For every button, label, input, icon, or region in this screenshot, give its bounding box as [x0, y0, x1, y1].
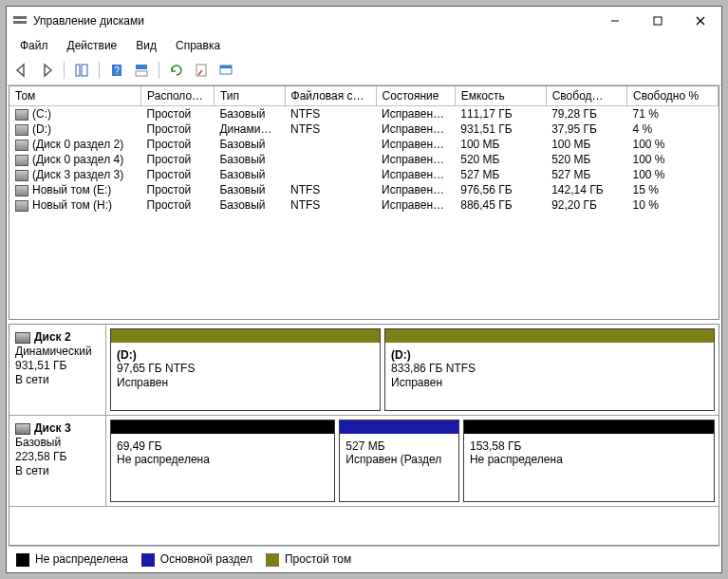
volume-capacity: 527 МБ: [455, 167, 546, 182]
disk-state: В сети: [15, 373, 100, 387]
volume-layout: Простой: [141, 106, 215, 122]
partition-body: (D:)97,65 ГБ NTFSИсправен: [111, 343, 380, 410]
column-volume[interactable]: Том: [9, 86, 141, 106]
volume-capacity: 520 МБ: [455, 152, 546, 167]
volume-status: Исправен…: [376, 152, 455, 167]
volume-type: Динами…: [214, 121, 285, 137]
help-button[interactable]: ?: [105, 60, 128, 81]
volume-icon: [15, 185, 28, 196]
content-area: Том Располо… Тип Файловая с… Состояние Е…: [7, 85, 721, 572]
volume-layout: Простой: [141, 167, 215, 182]
volume-layout: Простой: [141, 182, 215, 197]
volume-name: Новый том (E:): [32, 183, 111, 196]
svg-rect-16: [220, 65, 232, 68]
column-type[interactable]: Тип: [214, 86, 285, 106]
volume-capacity: 976,56 ГБ: [455, 182, 546, 197]
volume-layout: Простой: [141, 137, 215, 152]
window-title: Управление дисками: [33, 14, 593, 28]
volume-name: (Диск 0 раздел 4): [32, 153, 123, 166]
table-row[interactable]: (Диск 0 раздел 4)ПростойБазовыйИсправен……: [9, 152, 719, 167]
partition-title: (D:): [117, 348, 137, 362]
partition-size: 69,49 ГБ: [117, 439, 162, 453]
volume-type: Базовый: [214, 167, 285, 182]
partition[interactable]: (D:)97,65 ГБ NTFSИсправен: [110, 328, 381, 411]
column-layout[interactable]: Располо…: [141, 86, 215, 106]
partition-body: 69,49 ГБНе распределена: [111, 434, 334, 501]
dialog-button[interactable]: [215, 60, 237, 81]
legend-label: Не распределена: [35, 552, 128, 566]
column-free-pct[interactable]: Свободно %: [626, 86, 718, 106]
properties-button[interactable]: [190, 60, 213, 81]
maximize-button[interactable]: [636, 8, 679, 34]
table-row[interactable]: (Диск 3 раздел 3)ПростойБазовыйИсправен……: [9, 167, 719, 182]
volume-free-pct: 71 %: [626, 106, 718, 122]
volume-layout: Простой: [141, 152, 215, 167]
disk-kind: Базовый: [15, 436, 100, 450]
disk-kind: Динамический: [15, 345, 100, 359]
volume-fs: [285, 167, 376, 182]
disk-icon: [15, 423, 30, 435]
partition-stripe: [340, 420, 458, 434]
volume-layout: Простой: [141, 121, 215, 137]
show-hide-tree-button[interactable]: [70, 60, 93, 81]
volume-capacity: 111,17 ГБ: [455, 106, 546, 122]
partition[interactable]: 527 МБИсправен (Раздел: [339, 420, 459, 502]
svg-point-2: [23, 17, 25, 19]
volume-free: 92,20 ГБ: [546, 197, 626, 213]
volume-capacity: 931,51 ГБ: [455, 121, 546, 137]
svg-rect-9: [82, 65, 87, 76]
menu-file[interactable]: Файл: [12, 37, 56, 54]
volume-name: (C:): [32, 107, 51, 121]
legend-item: Основной раздел: [141, 552, 252, 567]
partition-stripe: [111, 420, 334, 434]
volume-free-pct: 100 %: [626, 137, 718, 152]
close-button[interactable]: [679, 8, 721, 34]
back-button[interactable]: [10, 60, 33, 81]
volume-icon: [15, 124, 28, 136]
partition[interactable]: 153,58 ГБНе распределена: [463, 420, 715, 502]
volume-fs: NTFS: [285, 182, 376, 197]
svg-rect-12: [136, 65, 147, 69]
partition-status: Исправен: [391, 376, 442, 389]
menu-help[interactable]: Справка: [168, 37, 228, 54]
minimize-button[interactable]: [593, 8, 636, 34]
table-row[interactable]: Новый том (E:)ПростойБазовыйNTFSИсправен…: [9, 182, 719, 197]
volume-type: Базовый: [214, 182, 285, 197]
legend: Не распределенаОсновной разделПростой то…: [9, 546, 719, 572]
menu-view[interactable]: Вид: [128, 37, 164, 54]
view-top-button[interactable]: [130, 60, 153, 81]
volume-status: Исправен…: [376, 137, 455, 152]
refresh-button[interactable]: [165, 60, 188, 81]
column-capacity[interactable]: Емкость: [455, 86, 546, 106]
volume-icon: [15, 155, 28, 166]
column-filesystem[interactable]: Файловая с…: [285, 86, 376, 106]
disk-info-panel[interactable]: Диск 3Базовый223,58 ГБВ сети: [9, 416, 106, 506]
forward-button[interactable]: [35, 60, 58, 81]
volume-free: 37,95 ГБ: [546, 121, 626, 137]
volume-status: Исправен…: [376, 106, 455, 122]
menu-action[interactable]: Действие: [60, 37, 125, 54]
volume-name: Новый том (H:): [32, 198, 112, 212]
column-status[interactable]: Состояние: [376, 86, 455, 106]
partition[interactable]: (D:)833,86 ГБ NTFSИсправен: [384, 328, 715, 411]
disk-name: Диск 3: [34, 421, 71, 435]
volume-list-pane: Том Располо… Тип Файловая с… Состояние Е…: [9, 85, 719, 320]
legend-label: Простой том: [285, 552, 351, 566]
volume-icon: [15, 200, 28, 212]
svg-rect-14: [196, 65, 206, 76]
disk-size: 223,58 ГБ: [15, 450, 100, 464]
table-row[interactable]: Новый том (H:)ПростойБазовыйNTFSИсправен…: [9, 197, 719, 213]
volume-type: Базовый: [214, 152, 285, 167]
legend-label: Основной раздел: [160, 552, 252, 566]
table-row[interactable]: (Диск 0 раздел 2)ПростойБазовыйИсправен……: [9, 137, 719, 152]
partition-status: Не распределена: [117, 453, 210, 466]
svg-rect-13: [136, 71, 147, 76]
table-row[interactable]: (C:)ПростойБазовыйNTFSИсправен…111,17 ГБ…: [9, 106, 719, 122]
volume-free-pct: 10 %: [626, 197, 718, 213]
disk-name: Диск 2: [34, 330, 71, 344]
disk-info-panel[interactable]: Диск 2Динамический931,51 ГБВ сети: [9, 325, 106, 415]
svg-text:?: ?: [114, 65, 120, 76]
partition[interactable]: 69,49 ГБНе распределена: [110, 420, 335, 502]
table-row[interactable]: (D:)ПростойДинами…NTFSИсправен…931,51 ГБ…: [9, 121, 719, 137]
column-free[interactable]: Свобод…: [546, 86, 626, 106]
